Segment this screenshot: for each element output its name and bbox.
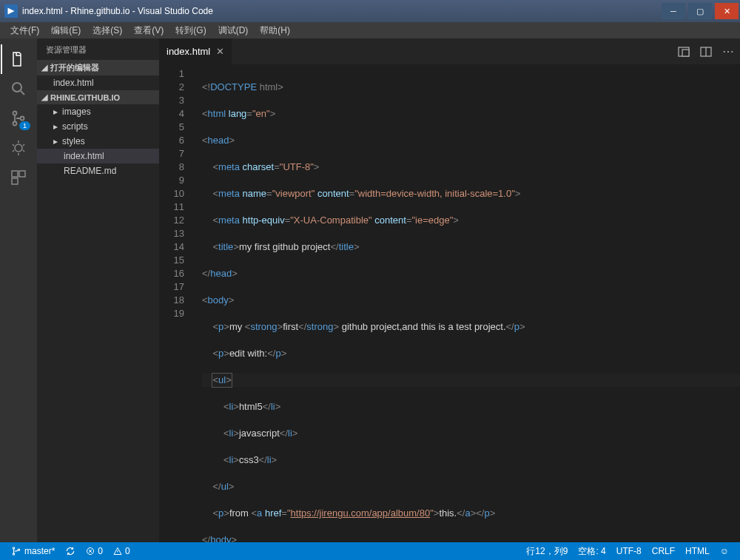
svg-point-2 bbox=[13, 122, 17, 126]
open-editors-label: 打开的编辑器 bbox=[50, 62, 99, 73]
window-titlebar: index.html - Rhine.github.io - Visual St… bbox=[0, 0, 740, 22]
svg-point-11 bbox=[13, 547, 14, 549]
warnings-item[interactable]: 0 bbox=[108, 546, 135, 556]
debug-icon[interactable] bbox=[1, 133, 36, 163]
vscode-icon bbox=[4, 4, 18, 18]
status-bar: master* 0 0 行12，列9 空格: 4 UTF-8 CRLF HTML… bbox=[0, 542, 740, 560]
explorer-icon[interactable] bbox=[1, 44, 36, 74]
code-content[interactable]: <!DOCTYPE html> <html lang="en"> <head> … bbox=[195, 64, 740, 542]
svg-rect-6 bbox=[19, 171, 25, 177]
svg-point-4 bbox=[15, 144, 22, 152]
cursor-position[interactable]: 行12，列9 bbox=[521, 545, 573, 558]
file-index[interactable]: index.html bbox=[37, 149, 159, 163]
indentation[interactable]: 空格: 4 bbox=[573, 545, 610, 558]
editor-tabs: index.html ✕ ⋯ bbox=[159, 38, 740, 64]
close-button[interactable]: ✕ bbox=[715, 3, 739, 19]
language-mode[interactable]: HTML bbox=[680, 546, 715, 556]
split-editor-icon[interactable] bbox=[678, 46, 690, 58]
open-editor-filename: index.html bbox=[53, 78, 94, 88]
sidebar-title: 资源管理器 bbox=[37, 38, 159, 60]
svg-point-12 bbox=[13, 553, 14, 555]
sync-icon[interactable] bbox=[60, 546, 81, 556]
svg-point-0 bbox=[13, 83, 21, 92]
menu-select[interactable]: 选择(S) bbox=[87, 23, 128, 38]
tab-close-icon[interactable]: ✕ bbox=[216, 46, 224, 57]
menu-debug[interactable]: 调试(D) bbox=[212, 23, 255, 38]
svg-rect-5 bbox=[12, 171, 18, 177]
git-branch[interactable]: master* bbox=[6, 546, 60, 556]
more-icon[interactable]: ⋯ bbox=[722, 44, 734, 58]
minimize-button[interactable]: ─ bbox=[662, 3, 685, 19]
menu-bar: 文件(F) 编辑(E) 选择(S) 查看(V) 转到(G) 调试(D) 帮助(H… bbox=[0, 22, 740, 38]
scm-badge: 1 bbox=[19, 121, 30, 130]
eol[interactable]: CRLF bbox=[647, 546, 680, 556]
svg-point-1 bbox=[13, 112, 17, 115]
search-icon[interactable] bbox=[1, 74, 36, 104]
project-header[interactable]: ◢RHINE.GITHUB.IO bbox=[37, 90, 159, 104]
svg-point-3 bbox=[21, 117, 24, 121]
svg-rect-7 bbox=[12, 178, 18, 184]
explorer-sidebar: 资源管理器 ◢打开的编辑器 index.html ◢RHINE.GITHUB.I… bbox=[37, 38, 159, 542]
menu-edit[interactable]: 编辑(E) bbox=[45, 23, 87, 38]
svg-rect-9 bbox=[682, 50, 689, 56]
folder-styles[interactable]: ▸styles bbox=[37, 134, 159, 149]
menu-help[interactable]: 帮助(H) bbox=[254, 23, 296, 38]
editor-area: index.html ✕ ⋯ 1234567891011121314151617… bbox=[159, 38, 740, 542]
extensions-icon[interactable] bbox=[1, 163, 36, 192]
maximize-button[interactable]: ▢ bbox=[688, 3, 712, 19]
layout-icon[interactable] bbox=[700, 46, 712, 58]
project-name: RHINE.GITHUB.IO bbox=[50, 93, 120, 102]
code-editor[interactable]: 12345678910111213141516171819 <!DOCTYPE … bbox=[159, 64, 740, 542]
folder-scripts[interactable]: ▸scripts bbox=[37, 119, 159, 134]
feedback-icon[interactable]: ☺ bbox=[715, 546, 734, 556]
window-title: index.html - Rhine.github.io - Visual St… bbox=[22, 6, 660, 16]
open-editor-item[interactable]: index.html bbox=[37, 75, 159, 90]
menu-view[interactable]: 查看(V) bbox=[128, 23, 169, 38]
file-readme[interactable]: README.md bbox=[37, 163, 159, 178]
activity-bar: 1 bbox=[0, 38, 37, 542]
encoding[interactable]: UTF-8 bbox=[611, 546, 647, 556]
source-control-icon[interactable]: 1 bbox=[1, 104, 36, 133]
folder-images[interactable]: ▸images bbox=[37, 104, 159, 119]
tab-label: index.html bbox=[166, 46, 210, 57]
tab-index[interactable]: index.html ✕ bbox=[159, 38, 232, 64]
line-gutter: 12345678910111213141516171819 bbox=[159, 64, 195, 542]
menu-file[interactable]: 文件(F) bbox=[4, 23, 45, 38]
menu-goto[interactable]: 转到(G) bbox=[169, 23, 212, 38]
open-editors-header[interactable]: ◢打开的编辑器 bbox=[37, 60, 159, 75]
errors-item[interactable]: 0 bbox=[81, 546, 108, 556]
